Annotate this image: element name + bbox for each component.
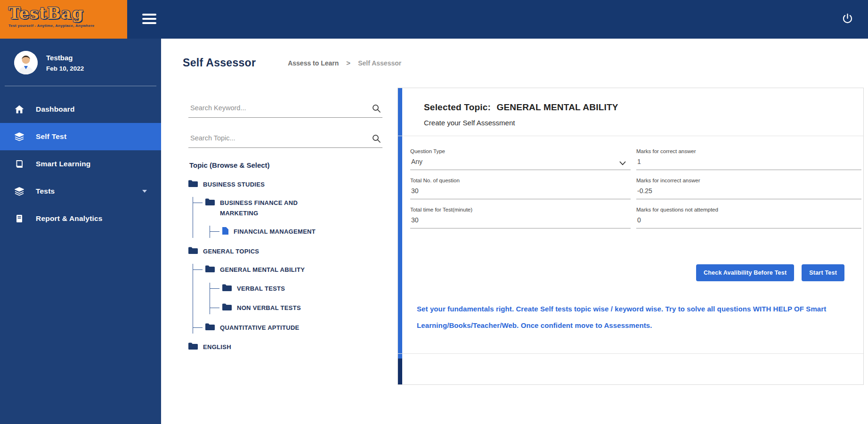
divider <box>398 136 863 136</box>
top-header: TestBag Test yourself - Anytime, Anyplac… <box>0 0 868 39</box>
sidebar-item-label: Tests <box>36 187 55 196</box>
tree-node-financial-management[interactable]: FINANCIAL MANAGEMENT <box>222 226 382 237</box>
tree-heading: Topic (Browse & Select) <box>189 161 382 169</box>
field-marks-incorrect: Marks for incorrect answer -0.25 <box>636 178 861 199</box>
check-availability-button[interactable]: Check Avalibility Before Test <box>696 264 794 281</box>
tree-node-business-finance-and-marketing[interactable]: BUSINESS FINANCE AND MARKETING <box>205 197 382 219</box>
tree-node-label: FINANCIAL MANAGEMENT <box>234 227 316 236</box>
breadcrumb-parent[interactable]: Assess to Learn <box>288 59 339 67</box>
folder-icon <box>205 198 215 205</box>
search-topic-field <box>188 130 382 148</box>
profile-block: Testbag Feb 10, 2022 <box>0 39 161 74</box>
home-icon <box>14 105 24 114</box>
tree-node-label: BUSINESS STUDIES <box>203 179 265 189</box>
marks-not-attempted-input[interactable]: 0 <box>636 216 861 228</box>
logo-title: TestBag <box>8 5 127 22</box>
selected-topic-label: Selected Topic: <box>424 102 491 112</box>
field-label: Marks for correct answer <box>636 148 861 154</box>
instructions-note: Set your fundamentals right. Create Self… <box>417 301 850 334</box>
field-label: Marks for questions not attempted <box>636 207 861 212</box>
marks-incorrect-input[interactable]: -0.25 <box>636 187 861 199</box>
folder-icon <box>222 284 232 291</box>
sidebar-item-dashboard[interactable]: Dashboard <box>0 96 161 123</box>
sidebar-item-label: Smart Learning <box>36 160 91 168</box>
hamburger-menu-icon[interactable] <box>142 14 156 26</box>
tree-node-label: GENERAL TOPICS <box>203 246 259 256</box>
search-keyword-input[interactable] <box>189 104 366 112</box>
field-total-time: Total time for Test(minute) 30 <box>410 207 631 228</box>
self-assessment-card: Selected Topic: GENERAL MENTAL ABILITY C… <box>397 88 864 385</box>
layers-icon <box>14 187 24 196</box>
tree-node-quantitative-aptitude[interactable]: QUANTITATIVE APTITUDE <box>205 322 382 334</box>
profile-date: Feb 10, 2022 <box>46 65 84 72</box>
page-title: Self Assessor <box>183 57 256 69</box>
topic-browser-panel: Topic (Browse & Select) BUSINESS STUDIES <box>188 100 382 360</box>
tree-node-label: VERBAL TESTS <box>237 284 285 294</box>
breadcrumb-separator-icon: > <box>346 59 350 67</box>
sidebar-item-label: Report & Analytics <box>36 214 103 223</box>
field-label: Marks for incorrect answer <box>636 178 861 183</box>
sidebar-item-smart-learning[interactable]: Smart Learning <box>0 150 161 178</box>
folder-icon <box>205 323 215 330</box>
tree-node-general-mental-ability[interactable]: GENERAL MENTAL ABILITY <box>205 264 382 276</box>
folder-icon <box>188 342 198 350</box>
field-label: Question Type <box>410 148 631 154</box>
folder-icon <box>188 247 198 254</box>
question-type-select[interactable]: Any <box>410 158 631 170</box>
sidebar-divider <box>5 86 156 86</box>
total-time-input[interactable]: 30 <box>410 216 631 228</box>
sidebar-item-tests[interactable]: Tests <box>0 178 161 205</box>
tree-node-non-verbal-tests[interactable]: NON VERBAL TESTS <box>222 302 382 314</box>
tree-node-label: NON VERBAL TESTS <box>237 303 301 313</box>
search-keyword-field <box>188 100 382 118</box>
profile-text: Testbag Feb 10, 2022 <box>46 54 84 72</box>
search-topic-input[interactable] <box>189 134 366 142</box>
tree-node-label: ENGLISH <box>203 342 231 352</box>
tree-node-english[interactable]: ENGLISH <box>188 341 382 353</box>
folder-icon <box>222 303 232 310</box>
start-test-button[interactable]: Start Test <box>802 264 844 281</box>
tree-node-general-topics[interactable]: GENERAL TOPICS <box>188 245 382 257</box>
sidebar-item-self-test[interactable]: Self Test <box>0 123 161 150</box>
selected-topic: Selected Topic: GENERAL MENTAL ABILITY <box>424 102 863 113</box>
sidebar-item-label: Dashboard <box>36 105 75 114</box>
sidebar: Testbag Feb 10, 2022 Dashboard Self Test <box>0 39 161 424</box>
field-question-type: Question Type Any <box>410 148 631 170</box>
tree-node-verbal-tests[interactable]: VERBAL TESTS <box>222 283 382 294</box>
book-icon <box>14 160 24 168</box>
page-header: Self Assessor Assess to Learn > Self Ass… <box>183 57 401 69</box>
layers-icon <box>14 132 24 141</box>
chevron-down-icon[interactable] <box>619 159 626 167</box>
report-icon <box>14 214 24 223</box>
folder-icon <box>188 180 198 187</box>
total-questions-input[interactable]: 30 <box>410 187 631 199</box>
profile-name: Testbag <box>46 54 84 62</box>
search-icon[interactable] <box>372 134 381 145</box>
breadcrumb-current: Self Assessor <box>358 59 401 67</box>
testbag-logo[interactable]: TestBag Test yourself - Anytime, Anyplac… <box>0 0 127 39</box>
selected-topic-value: GENERAL MENTAL ABILITY <box>497 102 618 112</box>
field-marks-correct: Marks for correct answer 1 <box>636 148 861 170</box>
file-icon <box>222 227 228 235</box>
marks-correct-input[interactable]: 1 <box>636 158 861 170</box>
field-label: Total No. of question <box>410 178 631 183</box>
action-buttons: Check Avalibility Before Test Start Test <box>398 264 844 281</box>
sidebar-item-report-analytics[interactable]: Report & Analytics <box>0 205 161 232</box>
avatar <box>14 51 38 74</box>
tree-node-business-studies[interactable]: BUSINESS STUDIES <box>188 179 382 190</box>
field-label: Total time for Test(minute) <box>410 207 631 212</box>
chevron-down-icon <box>142 190 147 193</box>
search-icon[interactable] <box>372 104 381 114</box>
sidebar-menu: Dashboard Self Test Smart Learning <box>0 96 161 232</box>
logo-tagline: Test yourself - Anytime, Anyplace, Anywh… <box>8 24 127 28</box>
folder-icon <box>205 265 215 272</box>
topic-tree: BUSINESS STUDIES BUSINESS FINANCE AND MA… <box>188 179 382 353</box>
sidebar-item-label: Self Test <box>36 132 66 141</box>
field-marks-not-attempted: Marks for questions not attempted 0 <box>636 207 861 228</box>
tree-node-label: QUANTITATIVE APTITUDE <box>220 323 300 333</box>
breadcrumb: Assess to Learn > Self Assessor <box>288 59 401 67</box>
main-content: Self Assessor Assess to Learn > Self Ass… <box>161 39 868 424</box>
logout-power-icon[interactable] <box>841 13 854 27</box>
assessment-form: Question Type Any Marks for correct answ… <box>410 148 863 228</box>
field-total-questions: Total No. of question 30 <box>410 178 631 199</box>
